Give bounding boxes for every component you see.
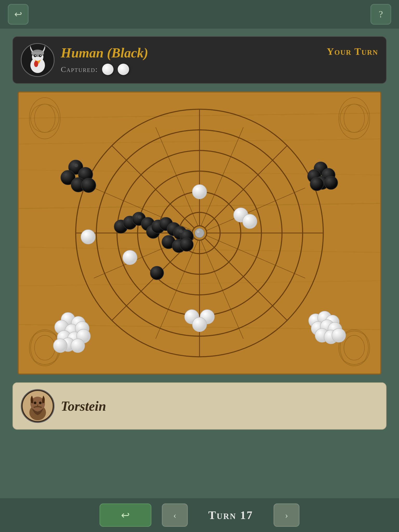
svg-point-78 (81, 230, 95, 244)
opponent-panel: Torstein (12, 382, 387, 430)
svg-point-114 (324, 176, 338, 190)
svg-point-109 (81, 178, 96, 193)
svg-point-137 (39, 402, 42, 404)
svg-point-77 (192, 184, 207, 199)
top-bar: ↩ ? (0, 0, 399, 29)
svg-point-130 (75, 164, 78, 167)
undo-button[interactable]: ↩ (99, 503, 151, 527)
player-info: Human (Black) Captured: (61, 45, 321, 75)
turn-label: Turn 17 (198, 509, 263, 522)
svg-point-92 (53, 339, 67, 353)
captured-stone-2 (118, 64, 129, 75)
svg-point-132 (179, 229, 183, 233)
svg-rect-4 (31, 52, 44, 54)
game-board[interactable] (18, 91, 381, 375)
back-icon: ↩ (14, 9, 22, 20)
bottom-bar: ↩ ‹ Turn 17 › (0, 498, 399, 532)
back-button[interactable]: ↩ (8, 4, 29, 25)
captured-stone-1 (102, 64, 114, 75)
board-svg[interactable] (19, 92, 380, 374)
prev-button[interactable]: ‹ (162, 503, 188, 527)
svg-point-80 (243, 214, 257, 229)
captured-label: Captured: (61, 65, 98, 74)
svg-point-81 (123, 250, 137, 265)
next-icon: › (285, 510, 288, 521)
player-avatar (21, 43, 55, 77)
svg-point-104 (192, 317, 207, 332)
svg-point-91 (71, 339, 85, 353)
svg-point-50 (195, 228, 204, 238)
app-container: ↩ ? (0, 0, 399, 532)
svg-point-129 (150, 266, 164, 280)
player-avatar-image (22, 44, 53, 76)
svg-point-9 (40, 55, 41, 56)
prev-icon: ‹ (173, 510, 176, 521)
opponent-avatar (21, 389, 55, 423)
svg-point-136 (34, 402, 36, 404)
player-name: Human (Black) (61, 45, 321, 61)
undo-icon: ↩ (121, 509, 130, 521)
svg-point-131 (138, 215, 142, 219)
help-button[interactable]: ? (370, 4, 391, 25)
svg-point-128 (180, 238, 194, 251)
svg-point-115 (310, 177, 324, 191)
player-panel: Human (Black) Captured: Your Turn (12, 36, 387, 84)
svg-point-8 (35, 55, 36, 56)
opponent-name: Torstein (61, 398, 106, 414)
captured-row: Captured: (61, 64, 321, 75)
opponent-avatar-image (22, 390, 53, 422)
help-icon: ? (379, 9, 383, 20)
svg-point-101 (332, 328, 346, 342)
your-turn-label: Your Turn (327, 46, 378, 57)
next-button[interactable]: › (274, 503, 300, 527)
svg-point-5 (34, 61, 38, 67)
svg-point-51 (197, 230, 200, 233)
